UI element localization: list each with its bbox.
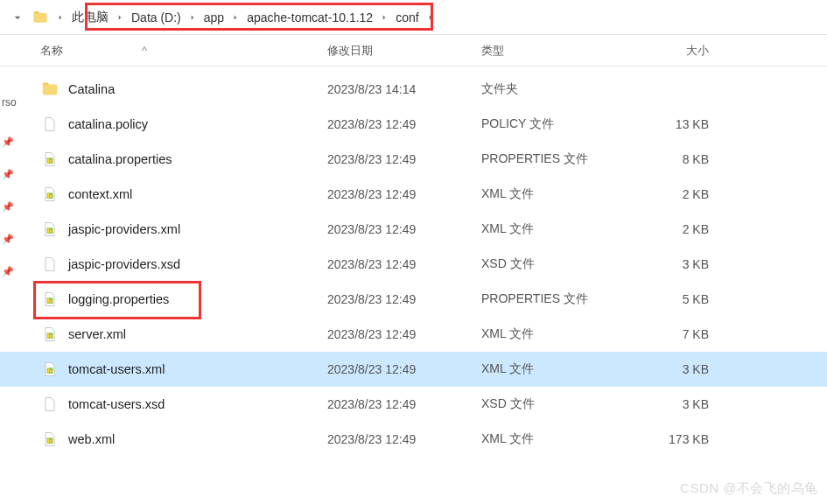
file-row[interactable]: Catalina2023/8/23 14:14文件夹: [0, 72, 827, 107]
svg-rect-4: [48, 193, 50, 198]
file-date: 2023/8/23 12:49: [327, 257, 481, 271]
file-row[interactable]: tomcat-users.xml2023/8/23 12:49XML 文件3 K…: [0, 352, 827, 387]
chevron-right-icon[interactable]: [54, 5, 67, 30]
file-type: XML 文件: [481, 326, 639, 342]
crumb-conf[interactable]: conf: [390, 5, 424, 30]
file-icon: [40, 395, 60, 414]
file-type: POLICY 文件: [481, 116, 639, 132]
file-row[interactable]: web.xml2023/8/23 12:49XML 文件173 KB: [0, 422, 827, 457]
file-type: 文件夹: [481, 81, 639, 97]
file-date: 2023/8/23 12:49: [327, 152, 481, 166]
chevron-right-icon[interactable]: [229, 5, 242, 30]
folder-icon: [40, 80, 60, 99]
file-type: PROPERTIES 文件: [481, 291, 639, 307]
file-name: tomcat-users.xsd: [68, 397, 327, 411]
history-dropdown-icon[interactable]: [5, 5, 30, 30]
chevron-right-icon[interactable]: [378, 5, 390, 30]
svg-rect-8: [50, 230, 52, 233]
svg-rect-10: [48, 298, 50, 303]
file-date: 2023/8/23 12:49: [327, 432, 481, 446]
svg-rect-7: [48, 228, 50, 233]
file-row[interactable]: catalina.policy2023/8/23 12:49POLICY 文件1…: [0, 107, 827, 142]
file-size: 13 KB: [639, 117, 718, 131]
svg-rect-19: [48, 438, 50, 443]
file-name: logging.properties: [68, 292, 327, 306]
file-type: XSD 文件: [481, 396, 639, 412]
file-row[interactable]: jaspic-providers.xsd2023/8/23 12:49XSD 文…: [0, 247, 827, 282]
file-size: 173 KB: [639, 432, 718, 446]
xml-icon: [40, 430, 60, 449]
file-row[interactable]: catalina.properties2023/8/23 12:49PROPER…: [0, 142, 827, 177]
file-type: XML 文件: [481, 221, 639, 237]
file-row[interactable]: logging.properties2023/8/23 12:49PROPERT…: [0, 282, 827, 317]
svg-rect-14: [50, 335, 52, 338]
svg-rect-16: [48, 368, 50, 373]
crumb-apache-tomcat[interactable]: apache-tomcat-10.1.12: [242, 5, 378, 30]
crumb-this-pc[interactable]: 此电脑: [67, 5, 114, 30]
file-list: Catalina2023/8/23 14:14文件夹catalina.polic…: [0, 66, 827, 457]
file-type: XML 文件: [481, 431, 639, 447]
crumb-data-d[interactable]: Data (D:): [126, 5, 186, 30]
xml-icon: [40, 220, 60, 239]
sort-indicator-icon: ^: [142, 44, 147, 57]
svg-rect-5: [50, 195, 52, 198]
file-name: context.xml: [68, 187, 327, 201]
prop-icon: [40, 290, 60, 309]
svg-rect-2: [50, 160, 52, 163]
file-type: XML 文件: [481, 361, 639, 377]
file-name: catalina.policy: [68, 117, 327, 131]
file-name: server.xml: [68, 327, 327, 341]
file-size: 7 KB: [639, 327, 718, 341]
watermark: CSDN @不会飞的乌龟: [680, 480, 818, 497]
file-name: Catalina: [68, 82, 327, 96]
chevron-right-icon[interactable]: [114, 5, 126, 30]
header-name[interactable]: 名称 ^: [40, 43, 327, 59]
chevron-right-icon[interactable]: [424, 5, 437, 30]
xml-icon: [40, 185, 60, 204]
file-type: XML 文件: [481, 186, 639, 202]
file-name: tomcat-users.xml: [68, 362, 327, 376]
folder-icon: [32, 9, 49, 26]
breadcrumb: 此电脑 Data (D:) app apache-tomcat-10.1.12 …: [54, 5, 822, 30]
header-type[interactable]: 类型: [481, 43, 639, 59]
header-date[interactable]: 修改日期: [327, 43, 481, 59]
file-date: 2023/8/23 12:49: [327, 292, 481, 306]
file-size: 3 KB: [639, 397, 718, 411]
file-icon: [40, 255, 60, 274]
file-row[interactable]: context.xml2023/8/23 12:49XML 文件2 KB: [0, 177, 827, 212]
header-size[interactable]: 大小: [639, 43, 718, 59]
file-row[interactable]: server.xml2023/8/23 12:49XML 文件7 KB: [0, 317, 827, 352]
file-date: 2023/8/23 12:49: [327, 222, 481, 236]
file-size: 3 KB: [639, 362, 718, 376]
xml-icon: [40, 360, 60, 379]
prop-icon: [40, 150, 60, 169]
svg-rect-11: [50, 300, 52, 303]
file-date: 2023/8/23 12:49: [327, 362, 481, 376]
file-row[interactable]: tomcat-users.xsd2023/8/23 12:49XSD 文件3 K…: [0, 387, 827, 422]
file-name: jaspic-providers.xml: [68, 222, 327, 236]
file-icon: [40, 115, 60, 134]
file-date: 2023/8/23 12:49: [327, 397, 481, 411]
file-size: 8 KB: [639, 152, 718, 166]
file-size: 5 KB: [639, 292, 718, 306]
file-size: 2 KB: [639, 222, 718, 236]
chevron-right-icon[interactable]: [186, 5, 199, 30]
file-row[interactable]: jaspic-providers.xml2023/8/23 12:49XML 文…: [0, 212, 827, 247]
file-date: 2023/8/23 12:49: [327, 117, 481, 131]
file-date: 2023/8/23 12:49: [327, 327, 481, 341]
file-name: catalina.properties: [68, 152, 327, 166]
svg-rect-1: [48, 158, 50, 163]
file-type: PROPERTIES 文件: [481, 151, 639, 167]
crumb-app[interactable]: app: [199, 5, 229, 30]
file-date: 2023/8/23 12:49: [327, 187, 481, 201]
header-name-label: 名称: [40, 43, 63, 59]
address-bar: 此电脑 Data (D:) app apache-tomcat-10.1.12 …: [0, 0, 827, 35]
file-size: 2 KB: [639, 187, 718, 201]
svg-rect-17: [50, 370, 52, 373]
file-name: web.xml: [68, 432, 327, 446]
svg-rect-20: [50, 440, 52, 443]
file-type: XSD 文件: [481, 256, 639, 272]
svg-rect-13: [48, 333, 50, 338]
xml-icon: [40, 325, 60, 344]
file-size: 3 KB: [639, 257, 718, 271]
